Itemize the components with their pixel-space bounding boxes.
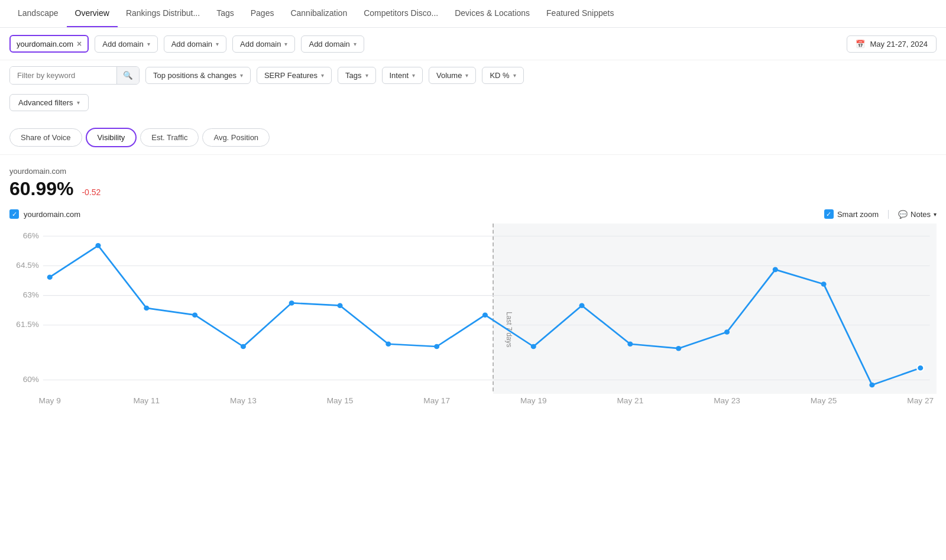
chevron-down-icon-5: ▾: [240, 72, 243, 79]
svg-point-17: [241, 344, 246, 349]
keyword-input[interactable]: [10, 67, 116, 84]
date-range-button[interactable]: 📅 May 21-27, 2024: [847, 35, 937, 53]
advanced-filters-button[interactable]: Advanced filters ▾: [9, 94, 89, 111]
svg-text:66%: 66%: [23, 231, 40, 240]
chart-legend-row: ✓ yourdomain.com ✓ Smart zoom 💬 Notes ▾: [9, 209, 937, 219]
svg-point-18: [289, 300, 294, 306]
chart-metric-change: -0.52: [82, 187, 101, 197]
smart-zoom-label: Smart zoom: [837, 210, 879, 219]
svg-point-25: [627, 341, 633, 347]
svg-rect-0: [493, 224, 937, 394]
svg-text:May 15: May 15: [327, 396, 354, 405]
domain-name-label: yourdomain.com: [17, 40, 73, 48]
kd-label: KD %: [490, 71, 509, 80]
add-domain-button-2[interactable]: Add domain ▾: [164, 35, 226, 53]
svg-text:May 23: May 23: [714, 396, 740, 405]
chevron-down-icon-2: ▾: [216, 41, 219, 47]
legend-left: ✓ yourdomain.com: [9, 209, 80, 219]
add-domain-label-4: Add domain: [309, 40, 349, 48]
visibility-chart: Last 7 days 66% 64.5% 63% 61.5% 60%: [9, 224, 937, 413]
nav-tags[interactable]: Tags: [208, 0, 242, 28]
nav-landscape[interactable]: Landscape: [9, 0, 67, 28]
svg-text:May 27: May 27: [907, 396, 934, 405]
notes-button[interactable]: 💬 Notes ▾: [888, 210, 937, 219]
tab-est-traffic[interactable]: Est. Traffic: [140, 128, 199, 147]
svg-point-28: [773, 267, 778, 273]
advanced-filters-label: Advanced filters: [18, 98, 73, 107]
svg-point-26: [676, 346, 681, 351]
chart-domain-label: yourdomain.com: [9, 167, 937, 176]
tags-filter[interactable]: Tags ▾: [338, 67, 375, 84]
add-domain-label-1: Add domain: [102, 40, 143, 48]
add-domain-button-1[interactable]: Add domain ▾: [95, 35, 157, 53]
keyword-filter: 🔍: [9, 66, 140, 85]
volume-filter[interactable]: Volume ▾: [429, 67, 476, 84]
svg-text:May 19: May 19: [520, 396, 547, 405]
top-positions-filter[interactable]: Top positions & changes ▾: [145, 67, 251, 84]
chart-section: yourdomain.com 60.99% -0.52 ✓ yourdomain…: [0, 155, 946, 419]
svg-point-13: [47, 274, 53, 280]
chevron-down-icon: ▾: [147, 41, 150, 47]
tags-label: Tags: [345, 71, 361, 80]
chevron-down-icon-8: ▾: [412, 72, 415, 79]
domain-badge: yourdomain.com ×: [9, 35, 89, 53]
svg-point-30: [869, 383, 874, 388]
kd-filter[interactable]: KD % ▾: [482, 67, 523, 84]
nav-competitors[interactable]: Competitors Disco...: [355, 0, 446, 28]
top-navigation: Landscape Overview Rankings Distribut...…: [0, 0, 946, 28]
notes-icon: 💬: [898, 210, 908, 219]
svg-text:63%: 63%: [23, 290, 40, 299]
add-domain-button-4[interactable]: Add domain ▾: [301, 35, 364, 53]
svg-point-24: [579, 303, 585, 308]
chart-container: Last 7 days 66% 64.5% 63% 61.5% 60%: [9, 224, 937, 413]
add-domain-label-2: Add domain: [171, 40, 212, 48]
svg-text:60%: 60%: [23, 375, 40, 384]
serp-features-label: SERP Features: [264, 71, 318, 80]
domain-controls-row: yourdomain.com × Add domain ▾ Add domain…: [0, 28, 946, 60]
svg-text:May 17: May 17: [423, 396, 450, 405]
search-button[interactable]: 🔍: [116, 67, 139, 84]
calendar-icon: 📅: [856, 40, 865, 48]
notes-label: Notes: [911, 210, 931, 219]
add-domain-button-3[interactable]: Add domain ▾: [232, 35, 295, 53]
top-positions-label: Top positions & changes: [153, 71, 237, 80]
advanced-filters-row: Advanced filters ▾: [0, 90, 946, 118]
svg-point-31: [917, 365, 924, 371]
intent-filter[interactable]: Intent ▾: [382, 67, 423, 84]
nav-rankings[interactable]: Rankings Distribut...: [118, 0, 208, 28]
svg-point-19: [337, 303, 342, 308]
chevron-down-icon-11: ▾: [77, 99, 80, 106]
serp-features-filter[interactable]: SERP Features ▾: [257, 67, 332, 84]
svg-point-21: [434, 344, 439, 349]
nav-snippets[interactable]: Featured Snippets: [538, 0, 622, 28]
remove-domain-button[interactable]: ×: [77, 39, 82, 48]
chart-big-metric: 60.99%: [9, 178, 74, 199]
chevron-down-icon-3: ▾: [284, 41, 287, 47]
chevron-down-icon-10: ▾: [513, 72, 516, 79]
tab-share-of-voice[interactable]: Share of Voice: [9, 128, 82, 147]
nav-cannibalization[interactable]: Cannibalization: [282, 0, 355, 28]
svg-text:61.5%: 61.5%: [16, 320, 39, 329]
tab-visibility[interactable]: Visibility: [86, 128, 137, 147]
chevron-down-icon-6: ▾: [321, 72, 324, 79]
nav-overview[interactable]: Overview: [67, 0, 118, 28]
svg-point-29: [821, 281, 827, 287]
smart-zoom-checkbox[interactable]: ✓: [824, 209, 834, 219]
domain-checkbox[interactable]: ✓: [9, 209, 19, 219]
svg-point-20: [385, 341, 391, 347]
svg-text:May 21: May 21: [617, 396, 644, 405]
svg-point-14: [95, 243, 101, 248]
chevron-down-icon-notes: ▾: [934, 211, 937, 218]
intent-label: Intent: [390, 71, 409, 80]
chevron-down-icon-7: ▾: [365, 72, 368, 79]
svg-text:May 25: May 25: [811, 396, 837, 405]
chevron-down-icon-9: ▾: [465, 72, 468, 79]
svg-text:May 13: May 13: [230, 396, 257, 405]
date-range-label: May 21-27, 2024: [870, 40, 928, 48]
nav-pages[interactable]: Pages: [242, 0, 283, 28]
legend-right: ✓ Smart zoom 💬 Notes ▾: [824, 209, 937, 219]
svg-point-23: [531, 344, 536, 349]
svg-text:May 9: May 9: [39, 396, 61, 405]
nav-devices[interactable]: Devices & Locations: [446, 0, 538, 28]
tab-avg-position[interactable]: Avg. Position: [202, 128, 270, 147]
